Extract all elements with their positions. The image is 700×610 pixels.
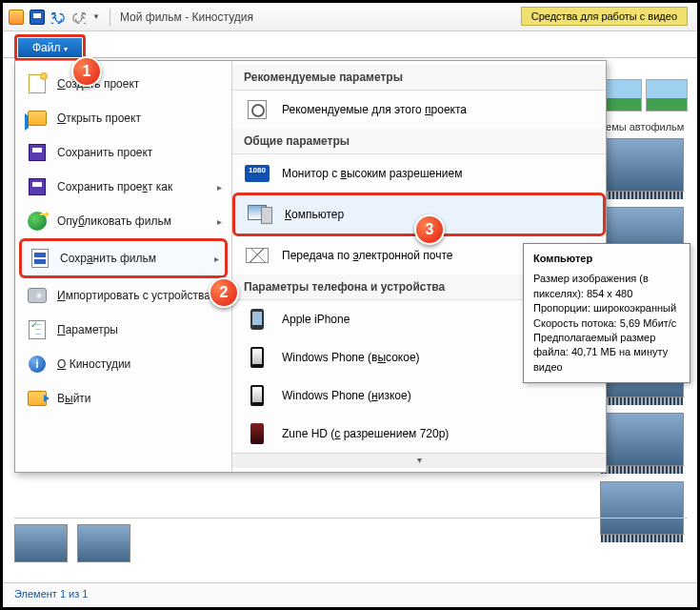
file-menu-item-savefilm[interactable]: Сохранить фильм▸ (19, 238, 228, 278)
open-icon (27, 108, 48, 129)
about-icon: i (27, 354, 48, 375)
themes-header: Темы автофильм (600, 119, 691, 138)
file-menu-item-save[interactable]: Сохранить проект (19, 135, 228, 170)
tooltip-line: Предполагаемый размер файла: 40,71 МБ на… (533, 331, 680, 375)
submenu-arrow-icon: ▸ (217, 182, 222, 193)
menu-item-label: Импортировать с устройства (57, 289, 210, 302)
menu-item-label: Параметры (57, 323, 118, 336)
menu-item-label: Сохранить фильм (60, 252, 156, 265)
option-label: Apple iPhone (282, 313, 350, 326)
file-menu-item-open[interactable]: Открыть проект (19, 101, 228, 135)
tooltip-line: Пропорции: широкоэкранный (533, 301, 680, 315)
menu-item-label: О Киностудии (57, 357, 130, 371)
menu-item-label: Выйти (57, 392, 91, 405)
menu-item-label: Опубликовать фильм (57, 214, 171, 228)
title-bar: ▼ Мой фильм - Киностудия Средства для ра… (3, 3, 697, 31)
section-header: Общие параметры (232, 129, 606, 154)
file-menu-item-new[interactable]: Создать проект (19, 67, 228, 101)
timeline-strip (14, 518, 688, 571)
new-icon (27, 73, 48, 94)
submenu-arrow-icon: ▸ (217, 216, 222, 227)
qat-redo-icon[interactable] (71, 10, 87, 25)
file-menu: Создать проектОткрыть проектСохранить пр… (14, 60, 607, 473)
submenu-arrow-icon: ▸ (214, 254, 219, 264)
scroll-down-button[interactable]: ▾ (232, 453, 606, 468)
video-clip-thumb[interactable] (600, 138, 684, 192)
status-text: Элемент 1 из 1 (14, 588, 88, 600)
menu-item-label: Открыть проект (57, 112, 141, 125)
annotation-step-2: 2 (209, 277, 239, 308)
picture-thumb[interactable] (646, 79, 688, 112)
option-label: Zune HD (с разрешением 720p) (282, 427, 449, 440)
section-header: Рекомендуемые параметры (232, 65, 606, 91)
save-option-zune[interactable]: Zune HD (с разрешением 720p) (232, 415, 606, 453)
file-menu-item-settings[interactable]: Параметры (19, 313, 228, 347)
tooltip-line: Размер изображения (в пикселях): 854 x 4… (533, 272, 680, 301)
tooltip-title: Компьютер (533, 252, 680, 266)
timeline-clip[interactable] (14, 524, 68, 562)
separator (110, 9, 110, 26)
annotation-step-1: 1 (71, 56, 102, 87)
video-clip-thumb[interactable] (600, 413, 684, 466)
publish-icon (27, 211, 48, 232)
recommended-icon (244, 98, 270, 121)
file-menu-item-exit[interactable]: Выйти (19, 381, 228, 416)
menu-item-label: Сохранить проект как (57, 180, 172, 193)
save-option-hd[interactable]: 1080Монитор с высоким разрешением (232, 154, 606, 193)
annotation-step-3: 3 (414, 214, 445, 245)
qat-dropdown-icon[interactable]: ▼ (92, 12, 100, 21)
option-label: Монитор с высоким разрешением (282, 167, 462, 180)
wp_high-icon (244, 346, 270, 369)
computer-icon (247, 203, 273, 226)
file-menu-item-about[interactable]: iО Киностудии (19, 347, 228, 381)
qat-undo-icon[interactable] (50, 10, 66, 25)
zune-icon (244, 422, 270, 445)
saveas-icon (27, 176, 48, 197)
window-title: Мой фильм - Киностудия (120, 10, 253, 24)
option-label: Передача по электронной почте (282, 249, 453, 262)
option-label: Рекомендуемые для этого проекта (282, 103, 467, 116)
import-icon (27, 285, 48, 306)
ribbon-tabs: Файл ▾ (3, 31, 697, 58)
timeline-clip[interactable] (77, 524, 130, 562)
savefilm-icon (30, 248, 50, 269)
save-option-recommended[interactable]: Рекомендуемые для этого проекта (232, 91, 606, 129)
app-icon (9, 10, 24, 25)
file-menu-item-import[interactable]: Импортировать с устройства (19, 278, 228, 313)
exit-icon (27, 388, 48, 409)
option-label: Windows Phone (низкое) (282, 389, 411, 402)
save-icon (27, 142, 48, 163)
hd-icon: 1080 (244, 162, 270, 185)
settings-icon (27, 319, 48, 340)
file-tab-button[interactable]: Файл ▾ (14, 34, 86, 61)
tooltip-line: Скорость потока: 5,69 Мбит/с (533, 316, 680, 331)
qat-save-icon[interactable] (30, 10, 45, 25)
file-menu-item-publish[interactable]: Опубликовать фильм▸ (19, 204, 228, 238)
wp_low-icon (244, 384, 270, 407)
file-menu-left-pane: Создать проектОткрыть проектСохранить пр… (15, 61, 232, 472)
status-bar: Элемент 1 из 1 (3, 582, 697, 607)
file-menu-item-saveas[interactable]: Сохранить проект как▸ (19, 170, 228, 204)
option-label: Windows Phone (высокое) (282, 351, 420, 364)
menu-item-label: Сохранить проект (57, 146, 152, 159)
option-label: Компьютер (285, 208, 344, 221)
contextual-tab-video-tools[interactable]: Средства для работы с видео (521, 7, 688, 26)
email-icon (244, 244, 270, 267)
tooltip-computer-preset: Компьютер Размер изображения (в пикселях… (523, 243, 690, 383)
iphone-icon (244, 308, 270, 331)
